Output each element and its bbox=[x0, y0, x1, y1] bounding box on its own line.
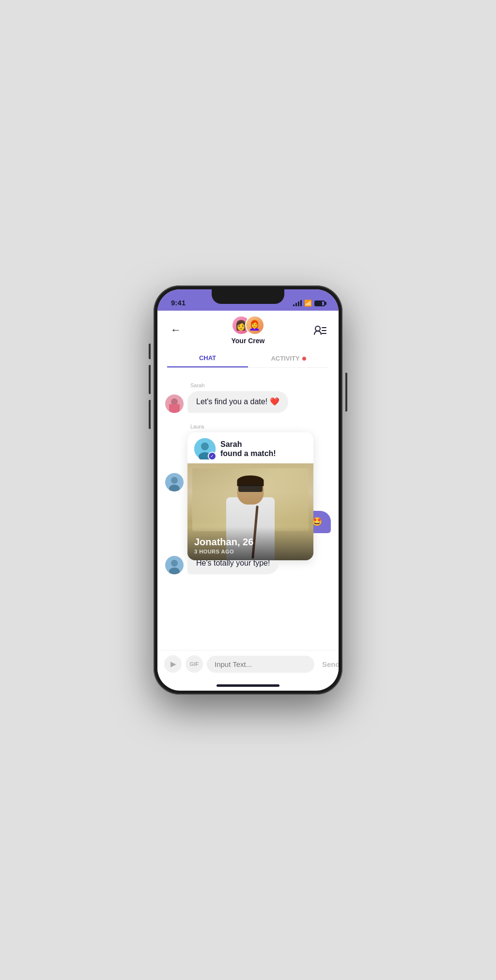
contacts-menu-icon bbox=[313, 325, 327, 335]
camera-icon: ▶ bbox=[170, 660, 176, 668]
match-card[interactable]: ✓ Sarah found a match! bbox=[187, 432, 313, 560]
bubble-sarah-message: Let's find you a date! ❤️ bbox=[187, 391, 288, 413]
header-center: 👩 👩‍🦰 Your Crew bbox=[232, 316, 265, 345]
status-time: 9:41 bbox=[171, 299, 186, 307]
tab-activity[interactable]: ACTIVITY bbox=[248, 349, 329, 367]
camera-button[interactable]: ▶ bbox=[164, 655, 182, 673]
sender-label-sarah: Sarah bbox=[190, 382, 331, 388]
avatar-sarah-chat bbox=[165, 395, 184, 413]
avatar-laura-chat2 bbox=[165, 556, 184, 574]
gif-label: GIF bbox=[190, 661, 199, 667]
chat-area: Sarah Let's find you a date! ❤️ Laura bbox=[157, 368, 339, 650]
message-input[interactable] bbox=[207, 656, 314, 673]
crew-title: Your Crew bbox=[232, 337, 265, 345]
tab-chat[interactable]: CHAT bbox=[167, 349, 248, 367]
svg-point-9 bbox=[201, 443, 209, 450]
match-name: Jonathan, 26 bbox=[194, 537, 307, 548]
gif-button[interactable]: GIF bbox=[186, 655, 203, 673]
activity-notification-dot bbox=[302, 357, 306, 361]
status-icons: 📶 bbox=[293, 300, 325, 307]
back-arrow-icon: ← bbox=[170, 324, 181, 336]
signal-icon bbox=[293, 300, 302, 306]
battery-icon bbox=[314, 300, 325, 306]
match-card-avatar-wrapper: ✓ bbox=[194, 438, 216, 459]
tabs: CHAT ACTIVITY bbox=[167, 349, 329, 368]
match-photo: Jonathan, 26 3 HOURS AGO bbox=[187, 463, 313, 560]
avatar-friend: 👩‍🦰 bbox=[245, 316, 264, 335]
sender-label-laura: Laura bbox=[190, 424, 331, 429]
back-button[interactable]: ← bbox=[167, 321, 185, 339]
match-check-icon: ✓ bbox=[208, 452, 217, 460]
svg-point-0 bbox=[315, 326, 320, 331]
svg-rect-7 bbox=[169, 404, 180, 409]
crew-avatars: 👩 👩‍🦰 bbox=[232, 316, 264, 335]
menu-button[interactable] bbox=[311, 321, 329, 339]
match-photo-overlay: Jonathan, 26 3 HOURS AGO bbox=[187, 527, 313, 560]
header: ← 👩 👩‍🦰 Your Crew bbox=[157, 311, 339, 368]
send-button[interactable]: Send bbox=[318, 660, 339, 668]
message-row: Let's find you a date! ❤️ bbox=[165, 391, 331, 413]
svg-point-12 bbox=[171, 477, 178, 484]
avatar-laura-chat bbox=[165, 473, 184, 491]
match-card-text: Sarah found a match! bbox=[220, 440, 276, 458]
home-indicator bbox=[217, 684, 279, 687]
svg-point-15 bbox=[171, 560, 178, 567]
match-time: 3 HOURS AGO bbox=[194, 549, 307, 554]
bottom-input-bar: ▶ GIF Send bbox=[157, 650, 339, 684]
svg-point-5 bbox=[171, 398, 178, 405]
match-card-header: ✓ Sarah found a match! bbox=[187, 432, 313, 463]
wifi-icon: 📶 bbox=[304, 300, 312, 307]
